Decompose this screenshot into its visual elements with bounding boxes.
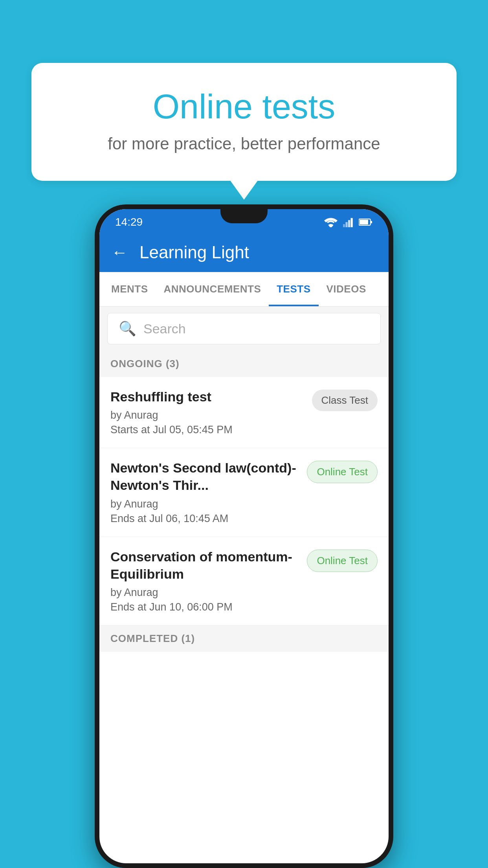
promo-section: Online tests for more practice, better p…	[31, 63, 457, 181]
tab-tests[interactable]: TESTS	[269, 272, 318, 306]
tab-announcements[interactable]: ANNOUNCEMENTS	[156, 272, 269, 306]
back-button[interactable]: ←	[111, 244, 128, 261]
test-item[interactable]: Conservation of momentum-Equilibrium by …	[99, 537, 389, 625]
wifi-icon	[324, 217, 338, 227]
svg-rect-3	[351, 218, 353, 227]
search-container: 🔍 Search	[99, 307, 389, 351]
test-name: Reshuffling test	[110, 388, 304, 405]
test-info: Conservation of momentum-Equilibrium by …	[110, 548, 299, 613]
phone-mockup: 14:29	[95, 204, 393, 868]
tab-ments[interactable]: MENTS	[103, 272, 156, 306]
test-time: Ends at Jul 06, 10:45 AM	[110, 513, 299, 525]
test-by: by Anurag	[110, 498, 299, 510]
promo-title: Online tests	[63, 86, 425, 127]
test-item[interactable]: Newton's Second law(contd)-Newton's Thir…	[99, 448, 389, 537]
search-bar[interactable]: 🔍 Search	[107, 313, 381, 344]
search-icon: 🔍	[119, 320, 136, 337]
signal-icon	[342, 217, 354, 227]
test-list: Reshuffling test by Anurag Starts at Jul…	[99, 377, 389, 625]
test-info: Newton's Second law(contd)-Newton's Thir…	[110, 459, 299, 524]
speech-bubble: Online tests for more practice, better p…	[31, 63, 457, 181]
test-time: Ends at Jun 10, 06:00 PM	[110, 601, 299, 613]
test-by: by Anurag	[110, 587, 299, 599]
ongoing-section-header: ONGOING (3)	[99, 351, 389, 377]
test-time: Starts at Jul 05, 05:45 PM	[110, 424, 304, 436]
promo-subtitle: for more practice, better performance	[63, 134, 425, 153]
ongoing-label: ONGOING (3)	[110, 358, 180, 370]
app-bar: ← Learning Light	[99, 233, 389, 272]
test-badge: Class Test	[312, 390, 378, 411]
test-badge: Online Test	[307, 550, 378, 572]
status-time: 14:29	[115, 216, 143, 228]
app-title: Learning Light	[139, 243, 249, 262]
svg-rect-1	[346, 222, 348, 227]
tab-videos[interactable]: VIDEOS	[319, 272, 374, 306]
completed-section-header: COMPLETED (1)	[99, 625, 389, 652]
test-by: by Anurag	[110, 409, 304, 421]
svg-rect-2	[348, 220, 350, 227]
phone-notch	[220, 209, 268, 223]
test-name: Conservation of momentum-Equilibrium	[110, 548, 299, 583]
phone-screen: 14:29	[99, 209, 389, 863]
test-badge: Online Test	[307, 461, 378, 483]
tabs-container: MENTS ANNOUNCEMENTS TESTS VIDEOS	[99, 272, 389, 307]
status-icons	[324, 217, 373, 227]
svg-rect-0	[343, 224, 345, 227]
battery-icon	[359, 218, 373, 226]
svg-rect-6	[360, 220, 368, 224]
test-name: Newton's Second law(contd)-Newton's Thir…	[110, 459, 299, 494]
test-info: Reshuffling test by Anurag Starts at Jul…	[110, 388, 304, 436]
svg-rect-5	[371, 221, 372, 223]
search-placeholder: Search	[143, 321, 186, 337]
test-item[interactable]: Reshuffling test by Anurag Starts at Jul…	[99, 377, 389, 448]
phone-wrapper: 14:29	[31, 204, 457, 868]
completed-label: COMPLETED (1)	[110, 633, 195, 644]
